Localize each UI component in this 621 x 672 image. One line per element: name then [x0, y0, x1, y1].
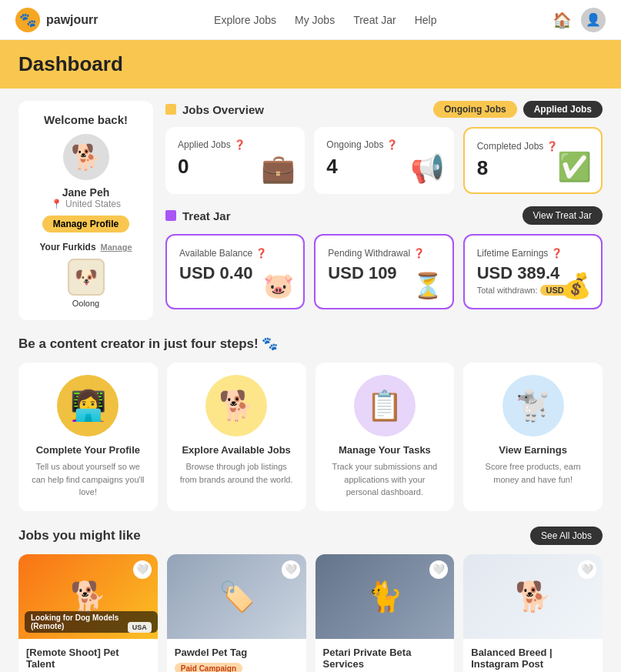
step-view-earnings: 🐩 View Earnings Score free products, ear…: [463, 363, 603, 511]
nav-logo-text: pawjourr: [46, 13, 98, 27]
piggy-bank-icon: 🐷: [263, 271, 294, 300]
home-icon[interactable]: 🏠: [553, 11, 572, 29]
filter-buttons: Ongoing Jobs Applied Jobs: [433, 101, 603, 118]
money-stack-icon: 💰: [561, 271, 592, 300]
steps-section: Be a content creator in just four steps!…: [18, 336, 603, 511]
job-thumb-3: 🐈 🤍: [316, 554, 455, 639]
heart-icon-4[interactable]: 🤍: [578, 560, 596, 579]
available-help-icon[interactable]: ❓: [255, 248, 267, 259]
job-card-2: 🏷️ 🤍 Pawdel Pet Tag Paid Campaign Pawdec…: [167, 554, 306, 673]
job-title-1: [Remote Shoot] Pet Talent: [26, 647, 150, 670]
nav-links: Explore Jobs My Jobs Treat Jar Help: [214, 14, 436, 26]
checkmark-icon: ✅: [557, 151, 592, 183]
applied-help-icon[interactable]: ❓: [234, 139, 245, 150]
job-card-body-2: Pawdel Pet Tag Paid Campaign Pawdec shor…: [167, 639, 306, 673]
jobs-overview-header: Jobs Overview Ongoing Jobs Applied Jobs: [165, 101, 603, 118]
steps-title: Be a content creator in just four steps!…: [18, 336, 603, 352]
lifetime-earnings-card: Lifetime Earnings ❓ USD 389.4 Total with…: [463, 234, 603, 309]
steps-grid: 👩‍💻 Complete Your Profile Tell us about …: [18, 363, 603, 511]
nav-right: 🏠 👤: [553, 8, 606, 32]
job-card-body-4: Balanced Breed | Instagram Post Paid Cam…: [463, 639, 603, 673]
heart-icon-3[interactable]: 🤍: [429, 560, 448, 579]
applied-label: Applied Jobs ❓: [178, 139, 292, 150]
main-content: Welcome back! 🐕 Jane Peh 📍 United States…: [0, 89, 621, 672]
job-thumb-4: 🐕 🤍: [463, 554, 603, 639]
step3-desc: Track your submissions and applications …: [328, 460, 442, 499]
furkid-avatar: 🐶: [68, 259, 105, 296]
step1-illustration: 👩‍💻: [57, 375, 119, 436]
manage-profile-button[interactable]: Manage Profile: [42, 216, 129, 232]
job-card-1: 🐕 Looking for Dog Models (Remote) USA 🤍 …: [18, 554, 158, 673]
stats-grid: Applied Jobs ❓ 0 💼 Ongoing Jobs ❓ 4 📢: [165, 127, 603, 194]
step1-desc: Tell us about yourself so we can help fi…: [31, 460, 145, 499]
welcome-text: Welcome back!: [44, 113, 128, 126]
hourglass-icon: ⏳: [412, 271, 443, 300]
job-thumb-usa-1: USA: [128, 622, 152, 633]
briefcase-icon: 💼: [261, 152, 295, 185]
furkid-name: Oolong: [72, 299, 99, 308]
page-header: Dashboard: [0, 40, 621, 89]
manage-furkids-link[interactable]: Manage: [101, 242, 132, 252]
step2-desc: Browse through job listings from brands …: [179, 460, 294, 486]
step-manage-tasks: 📋 Manage Your Tasks Track your submissio…: [316, 363, 455, 511]
view-treat-jar-button[interactable]: View Treat Jar: [523, 206, 603, 225]
treat-title-bar: [165, 210, 176, 221]
title-bar-icon: [165, 104, 176, 115]
heart-icon-2[interactable]: 🤍: [282, 560, 300, 579]
job-thumb-1: 🐕 Looking for Dog Models (Remote) USA 🤍: [18, 554, 158, 639]
treat-jar-header: Treat Jar View Treat Jar: [165, 206, 603, 225]
logo-icon: 🐾: [15, 8, 40, 32]
filter-ongoing-btn[interactable]: Ongoing Jobs: [433, 101, 517, 118]
job-card-body-1: [Remote Shoot] Pet Talent UGC Creator Ar…: [18, 639, 158, 673]
job-title-2: Pawdel Pet Tag: [175, 647, 299, 658]
page-title: Dashboard: [18, 52, 603, 76]
pending-help-icon[interactable]: ❓: [413, 248, 425, 259]
nav-treat-jar[interactable]: Treat Jar: [353, 14, 396, 26]
profile-name: Jane Peh: [62, 186, 109, 199]
step2-illustration: 🐕: [205, 375, 267, 436]
job-card-4: 🐕 🤍 Balanced Breed | Instagram Post Paid…: [463, 554, 603, 673]
job-title-4: Balanced Breed | Instagram Post: [471, 647, 595, 670]
nav-help[interactable]: Help: [415, 14, 437, 26]
jobs-section: Jobs Overview Ongoing Jobs Applied Jobs …: [165, 101, 603, 320]
filter-applied-btn[interactable]: Applied Jobs: [523, 101, 603, 118]
pending-label: Pending Withdrawal ❓: [328, 248, 439, 259]
location-pin-icon: 📍: [51, 199, 62, 209]
job-thumb-img-1: 🐕: [70, 580, 106, 613]
job-thumb-img-2: 🏷️: [219, 580, 255, 613]
treat-jar-title: Treat Jar: [165, 209, 231, 222]
step4-desc: Score free products, earn money and have…: [476, 460, 590, 486]
see-all-jobs-button[interactable]: See All Jobs: [530, 527, 603, 545]
job-thumb-img-3: 🐈: [366, 580, 402, 613]
jobs-cards-grid: 🐕 Looking for Dog Models (Remote) USA 🤍 …: [18, 554, 603, 673]
profile-avatar: 🐕: [63, 134, 109, 180]
completed-jobs-card: Completed Jobs ❓ 8 ✅: [463, 127, 603, 194]
ongoing-help-icon[interactable]: ❓: [386, 139, 398, 150]
treat-grid: Available Balance ❓ USD 0.40 🐷 Pending W…: [165, 234, 603, 309]
completed-label: Completed Jobs ❓: [477, 141, 589, 152]
furkids-label: Your Furkids Manage: [39, 242, 132, 252]
nav-explore-jobs[interactable]: Explore Jobs: [214, 14, 276, 26]
step1-title: Complete Your Profile: [31, 444, 145, 456]
profile-card: Welcome back! 🐕 Jane Peh 📍 United States…: [18, 101, 153, 320]
applied-jobs-card: Applied Jobs ❓ 0 💼: [165, 127, 305, 194]
completed-help-icon[interactable]: ❓: [546, 141, 558, 152]
job-card-3: 🐈 🤍 Petari Private Beta Services Survey …: [316, 554, 455, 673]
job-title-3: Petari Private Beta Services: [323, 647, 447, 670]
step3-illustration: 📋: [354, 375, 416, 436]
job-thumb-2: 🏷️ 🤍: [167, 554, 306, 639]
job-card-body-3: Petari Private Beta Services Survey Get …: [316, 639, 455, 673]
available-balance-card: Available Balance ❓ USD 0.40 🐷: [165, 234, 305, 309]
step4-title: View Earnings: [476, 444, 590, 456]
heart-icon-1[interactable]: 🤍: [133, 560, 152, 579]
ongoing-label: Ongoing Jobs ❓: [326, 139, 441, 150]
jobs-overview-title: Jobs Overview: [165, 103, 264, 116]
lifetime-help-icon[interactable]: ❓: [551, 248, 563, 259]
avatar[interactable]: 👤: [581, 8, 606, 32]
profile-location: 📍 United States: [51, 199, 121, 209]
step-complete-profile: 👩‍💻 Complete Your Profile Tell us about …: [18, 363, 158, 511]
nav-my-jobs[interactable]: My Jobs: [295, 14, 335, 26]
job-thumb-img-4: 🐕: [515, 580, 551, 613]
furkid-item: 🐶 Oolong: [68, 259, 105, 308]
step4-illustration: 🐩: [502, 375, 564, 436]
